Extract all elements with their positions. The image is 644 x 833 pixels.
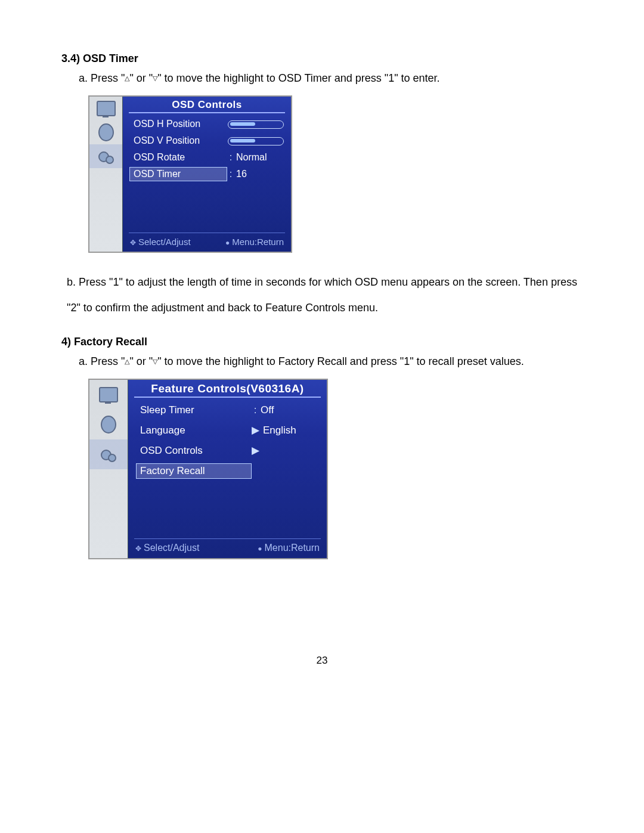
osd-label: OSD V Position — [130, 134, 227, 147]
document-page: 3.4) OSD Timer a. Press "△" or "▽" to mo… — [0, 0, 644, 690]
text-fragment: a. Press " — [79, 72, 125, 84]
osd-row-language: Language ▶ English — [128, 420, 327, 441]
osd-sidebar-icons — [89, 97, 122, 252]
text-fragment: a. Press " — [79, 355, 125, 367]
osd-value: Off — [259, 404, 318, 416]
osd-row-sleep-timer: Sleep Timer : Off — [128, 400, 327, 420]
osd-title: OSD Controls — [129, 97, 285, 113]
text-fragment: " or " — [129, 72, 153, 84]
instruction-4a: a. Press "△" or "▽" to move the highligh… — [79, 354, 586, 369]
instruction-34b: b. Press "1" to adjust the length of tim… — [67, 270, 586, 321]
osd-footer: ✥Select/Adjust ●Menu:Return — [134, 538, 321, 558]
footer-right-text: Menu:Return — [232, 237, 284, 247]
page-number: 23 — [58, 655, 586, 667]
footer-left-text: Select/Adjust — [138, 237, 191, 247]
heading-factory-recall: 4) Factory Recall — [61, 336, 586, 348]
osd-row-timer: OSD Timer : 16 — [123, 166, 291, 182]
osd-footer: ✥Select/Adjust ●Menu:Return — [129, 233, 285, 252]
osd-screenshot-2: Feature Controls(V60316A) Sleep Timer : … — [88, 379, 328, 559]
gears-icon — [89, 144, 122, 168]
submenu-arrow-icon: ▶ — [251, 424, 259, 436]
osd-row-vposition: OSD V Position — [123, 132, 291, 149]
text-fragment: " to move the highlight to OSD Timer and… — [157, 72, 439, 84]
osd-label: OSD Controls — [137, 444, 251, 458]
separator: : — [251, 404, 259, 416]
osd-row-hposition: OSD H Position — [123, 116, 291, 132]
osd-title: Feature Controls(V60316A) — [134, 380, 321, 398]
osd-label: OSD Timer — [130, 168, 227, 181]
osd-body: OSD Controls OSD H Position OSD V Positi… — [122, 97, 291, 252]
osd-sidebar-icons — [89, 380, 128, 558]
speaker-icon — [89, 120, 122, 144]
osd-value: Normal — [235, 152, 284, 163]
speaker-icon — [89, 410, 128, 439]
osd-body: Feature Controls(V60316A) Sleep Timer : … — [128, 380, 327, 558]
joystick-icon: ✥ — [135, 544, 141, 553]
text-fragment: " or " — [129, 355, 153, 367]
footer-left-text: Select/Adjust — [144, 543, 199, 553]
monitor-icon — [89, 380, 128, 410]
instruction-34a: a. Press "△" or "▽" to move the highligh… — [79, 71, 586, 86]
osd-row-factory-recall: Factory Recall — [128, 461, 327, 481]
osd-label: Factory Recall — [137, 464, 251, 478]
separator: : — [227, 152, 235, 163]
joystick-icon: ✥ — [130, 239, 136, 247]
osd-value: English — [262, 425, 318, 436]
monitor-icon — [89, 97, 122, 120]
osd-label: OSD H Position — [130, 117, 227, 131]
heading-osd-timer: 3.4) OSD Timer — [61, 52, 586, 65]
dot-icon: ● — [258, 544, 262, 553]
dot-icon: ● — [225, 239, 230, 247]
osd-screenshot-1: OSD Controls OSD H Position OSD V Positi… — [88, 95, 292, 253]
osd-value: 16 — [235, 169, 284, 179]
osd-label: OSD Rotate — [130, 151, 227, 164]
slider-icon — [228, 137, 284, 145]
separator: : — [227, 169, 235, 179]
osd-row-rotate: OSD Rotate : Normal — [123, 149, 291, 166]
osd-label: Sleep Timer — [137, 403, 251, 417]
slider-icon — [228, 120, 284, 129]
footer-right-text: Menu:Return — [265, 543, 320, 553]
osd-label: Language — [137, 423, 251, 438]
submenu-arrow-icon: ▶ — [251, 444, 259, 457]
osd-row-osd-controls: OSD Controls ▶ — [128, 441, 327, 461]
text-fragment: " to move the highlight to Factory Recal… — [157, 355, 524, 367]
gears-icon — [89, 439, 128, 469]
